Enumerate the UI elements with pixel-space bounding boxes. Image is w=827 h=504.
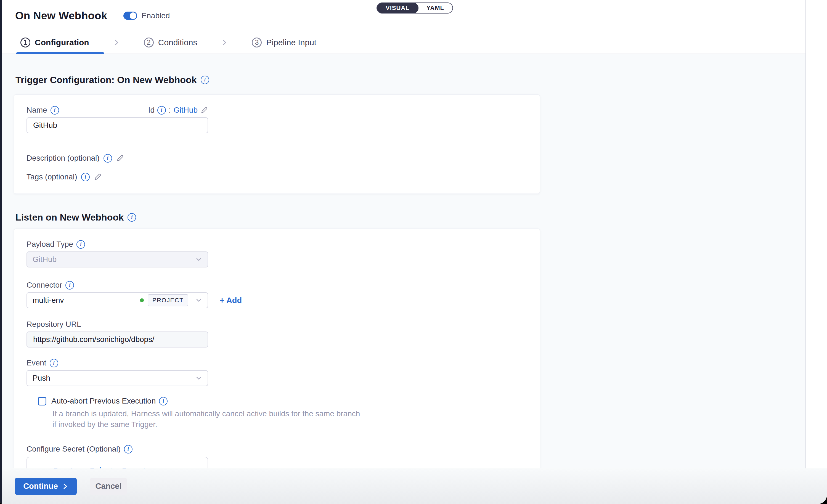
edit-pencil-icon[interactable] bbox=[116, 154, 124, 162]
footer-bar: Continue Cancel bbox=[2, 468, 827, 504]
repo-url-label-row: Repository URL bbox=[27, 320, 527, 329]
auto-abort-row: Auto-abort Previous Execution i bbox=[38, 397, 527, 405]
tab-pipeline-input[interactable]: 3 Pipeline Input bbox=[252, 38, 317, 47]
step-number-badge: 2 bbox=[144, 38, 154, 47]
info-icon[interactable]: i bbox=[50, 359, 58, 367]
cancel-label: Cancel bbox=[95, 482, 121, 491]
toggle-knob-icon bbox=[130, 12, 136, 19]
event-label: Event bbox=[27, 359, 46, 367]
tab-label: Conditions bbox=[158, 38, 197, 47]
info-icon[interactable]: i bbox=[65, 281, 74, 290]
payload-type-select: GitHub bbox=[27, 251, 208, 267]
event-value: Push bbox=[33, 374, 50, 383]
info-icon[interactable]: i bbox=[124, 445, 133, 453]
cancel-button[interactable]: Cancel bbox=[90, 478, 127, 495]
help-line: If a branch is updated, Harness will aut… bbox=[52, 408, 527, 419]
page-title: On New Webhook bbox=[15, 10, 107, 22]
chevron-right-icon bbox=[113, 39, 120, 46]
id-separator: : bbox=[169, 106, 171, 114]
id-value-link[interactable]: GitHub bbox=[174, 106, 198, 114]
tags-label: Tags (optional) bbox=[27, 172, 77, 181]
repository-url-input[interactable] bbox=[27, 332, 208, 348]
collapsed-sidebar-edge bbox=[0, 0, 2, 504]
help-line: if invoked by the same Trigger. bbox=[52, 419, 527, 430]
payload-type-label: Payload Type bbox=[27, 240, 73, 249]
auto-abort-checkbox[interactable] bbox=[38, 397, 46, 405]
chevron-right-icon bbox=[62, 483, 68, 490]
chevron-right-icon bbox=[221, 39, 228, 46]
trigger-enabled-toggle[interactable] bbox=[124, 12, 137, 20]
description-row: Description (optional) i bbox=[27, 154, 527, 162]
heading-text: Trigger Configuration: On New Webhook bbox=[15, 74, 197, 85]
auto-abort-label: Auto-abort Previous Execution bbox=[51, 397, 156, 405]
edit-pencil-icon[interactable] bbox=[94, 173, 102, 181]
info-icon[interactable]: i bbox=[157, 106, 166, 114]
connector-status-dot-icon bbox=[140, 298, 144, 302]
wizard-steps-bar: 1 Configuration 2 Conditions 3 Pipeline … bbox=[2, 31, 806, 54]
payload-type-value: GitHub bbox=[33, 255, 57, 264]
trigger-configuration-card: Name i Id i : GitHub Description (option… bbox=[14, 94, 540, 194]
webhook-settings-card: Payload Type i GitHub Connector i multi-… bbox=[14, 229, 540, 485]
info-icon[interactable]: i bbox=[81, 173, 90, 181]
tab-conditions[interactable]: 2 Conditions bbox=[144, 38, 197, 47]
edit-pencil-icon[interactable] bbox=[200, 106, 208, 114]
info-icon[interactable]: i bbox=[128, 213, 136, 222]
add-connector-button[interactable]: + Add bbox=[220, 296, 242, 305]
info-icon[interactable]: i bbox=[159, 397, 167, 405]
listen-on-webhook-heading: Listen on New Webhook i bbox=[15, 212, 806, 223]
chevron-down-icon bbox=[195, 374, 203, 382]
event-label-row: Event i bbox=[27, 359, 527, 367]
step-number-badge: 3 bbox=[252, 38, 262, 47]
event-select[interactable]: Push bbox=[27, 370, 208, 386]
info-icon[interactable]: i bbox=[51, 106, 59, 114]
main-content: Trigger Configuration: On New Webhook i … bbox=[2, 54, 806, 504]
trigger-name-input[interactable] bbox=[27, 117, 208, 133]
yaml-tab[interactable]: YAML bbox=[418, 3, 452, 13]
connector-label-row: Connector i bbox=[27, 281, 527, 290]
auto-abort-label-row: Auto-abort Previous Execution i bbox=[51, 397, 167, 405]
connector-scope-badge: PROJECT bbox=[148, 294, 188, 306]
info-icon[interactable]: i bbox=[201, 75, 209, 84]
page-header: On New Webhook Enabled VISUAL YAML bbox=[2, 0, 806, 32]
connector-label: Connector bbox=[27, 281, 62, 290]
trigger-configuration-heading: Trigger Configuration: On New Webhook i bbox=[15, 54, 806, 85]
repository-url-label: Repository URL bbox=[27, 320, 81, 329]
connector-select[interactable]: multi-env PROJECT bbox=[27, 292, 208, 308]
enabled-label: Enabled bbox=[142, 11, 170, 20]
heading-text: Listen on New Webhook bbox=[15, 212, 124, 223]
chevron-down-icon bbox=[195, 296, 203, 304]
continue-button[interactable]: Continue bbox=[15, 478, 77, 495]
description-label: Description (optional) bbox=[27, 154, 100, 162]
connector-value: multi-env bbox=[33, 296, 64, 305]
trigger-id-group: Id i : GitHub bbox=[148, 106, 208, 114]
panel-right-divider bbox=[806, 0, 806, 468]
name-label: Name bbox=[27, 106, 47, 114]
info-icon[interactable]: i bbox=[103, 154, 112, 162]
visual-yaml-toggle: VISUAL YAML bbox=[377, 2, 453, 13]
secret-label-row: Configure Secret (Optional) i bbox=[27, 445, 527, 453]
tags-row: Tags (optional) i bbox=[27, 172, 527, 181]
id-label: Id bbox=[148, 106, 155, 114]
configure-secret-label: Configure Secret (Optional) bbox=[27, 445, 120, 453]
app-window: On New Webhook Enabled VISUAL YAML 1 Con… bbox=[0, 0, 827, 504]
tab-configuration[interactable]: 1 Configuration bbox=[20, 38, 89, 47]
active-tab-underline bbox=[16, 52, 104, 54]
chevron-down-icon bbox=[195, 256, 203, 263]
auto-abort-help-text: If a branch is updated, Harness will aut… bbox=[52, 408, 527, 430]
tab-label: Pipeline Input bbox=[266, 38, 317, 47]
step-number-badge: 1 bbox=[20, 38, 30, 47]
info-icon[interactable]: i bbox=[77, 240, 85, 249]
payload-type-label-row: Payload Type i bbox=[27, 240, 527, 249]
tab-label: Configuration bbox=[35, 38, 89, 47]
continue-label: Continue bbox=[23, 482, 58, 491]
visual-tab[interactable]: VISUAL bbox=[377, 3, 419, 13]
name-label-row: Name i bbox=[27, 106, 59, 114]
